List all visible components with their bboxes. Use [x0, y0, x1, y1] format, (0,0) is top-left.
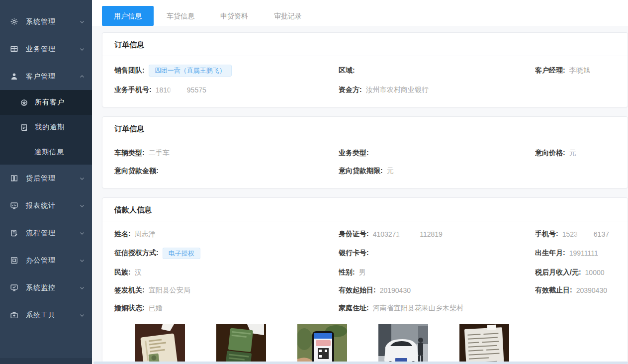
chart-monitor-icon — [10, 201, 19, 210]
notebook-icon — [20, 123, 29, 132]
app-window: 系统管理 业务管理 客户管理 所有客户 — [0, 0, 628, 364]
tab-bar: 用户信息 车贷信息 申贷资料 审批记录 — [92, 0, 628, 26]
sidebar-item-overdue-info[interactable]: 逾期信息 — [0, 140, 92, 165]
sales-team-tag[interactable]: 四团一营（直属王鹏飞） — [149, 65, 232, 77]
license-photo[interactable] — [216, 324, 266, 364]
toolbox-icon — [10, 311, 19, 320]
issuer-value: 宜阳县公安局 — [149, 286, 190, 295]
card-body: 车辆类型: 二手车 业务类型: 意向价格: 元 意向贷款金额: 意向贷款期限: … — [102, 140, 628, 188]
valid-from-label: 有效起始日: — [339, 286, 376, 295]
id-card-photo[interactable] — [135, 324, 185, 364]
office-icon — [10, 256, 19, 265]
marital-label: 婚姻状态: — [114, 304, 145, 313]
sidebar-item-system-monitor[interactable]: 系统监控 — [0, 274, 92, 301]
photo-item: 其他资料 — [459, 324, 509, 364]
gear-icon — [10, 17, 19, 26]
loan-term-value: 元 — [387, 167, 394, 176]
vehicle-type-label: 车辆类型: — [114, 149, 145, 158]
sidebar-item-label: 系统管理 — [26, 17, 79, 26]
user-icon — [10, 72, 19, 81]
region-label: 区域: — [339, 66, 355, 75]
card-body: 姓名: 周志洋 身份证号: 4103271112819 手机号: 1523613… — [102, 221, 628, 364]
chevron-down-icon — [79, 230, 85, 236]
income-label: 税后月收入/元: — [535, 268, 581, 277]
redaction-blur — [172, 86, 186, 93]
id-number-label: 身份证号: — [339, 230, 369, 239]
tab-user-info[interactable]: 用户信息 — [102, 6, 154, 26]
card-header: 订单信息 — [102, 33, 628, 56]
sidebar-item-label: 系统监控 — [26, 283, 79, 292]
birth-label: 出生年月: — [535, 249, 565, 258]
document-photo[interactable] — [459, 324, 509, 364]
sidebar-item-my-overdue[interactable]: 我的逾期 — [0, 115, 92, 140]
vehicle-order-card: 订单信息 车辆类型: 二手车 业务类型: 意向价格: 元 意向贷款金额: — [102, 116, 628, 188]
horizontal-scrollbar[interactable] — [93, 362, 628, 364]
person-car-photo[interactable] — [378, 324, 428, 364]
tab-approval-records[interactable]: 审批记录 — [261, 6, 315, 26]
wheel-icon — [20, 98, 29, 107]
sidebar: 系统管理 业务管理 客户管理 所有客户 — [0, 0, 92, 364]
customer-management-submenu: 所有客户 我的逾期 逾期信息 — [0, 90, 92, 165]
credit-auth-label: 征信授权方式: — [114, 249, 159, 258]
card-title: 借款人信息 — [114, 205, 152, 214]
intended-price-label: 意向价格: — [535, 149, 565, 158]
redaction-blur — [400, 230, 419, 238]
photo-item: 身份证 — [135, 324, 185, 364]
credit-auth-tag[interactable]: 电子授权 — [163, 248, 200, 260]
sidebar-item-business-management[interactable]: 业务管理 — [0, 35, 92, 63]
workflow-icon — [10, 229, 19, 238]
sidebar-item-post-loan-management[interactable]: 贷后管理 — [0, 165, 92, 192]
name-value: 周志洋 — [135, 230, 156, 239]
id-number-value: 4103271112819 — [373, 230, 443, 238]
card-body: 销售团队: 四团一营（直属王鹏飞） 区域: 客户经理: 李晓旭 业务手机号: 1… — [102, 56, 628, 107]
card-title: 订单信息 — [114, 124, 144, 133]
sidebar-item-label: 报表统计 — [26, 201, 79, 210]
valid-to-label: 有效截止日: — [535, 286, 572, 295]
sidebar-collapse-bar[interactable] — [0, 358, 92, 364]
sidebar-item-label: 我的逾期 — [35, 123, 85, 132]
gender-value: 男 — [359, 268, 366, 277]
borrower-info-card: 借款人信息 姓名: 周志洋 身份证号: 4103271112819 手机号: 1… — [102, 197, 628, 364]
card-header: 借款人信息 — [102, 198, 628, 221]
sidebar-item-label: 客户管理 — [26, 72, 79, 81]
table-icon — [10, 45, 19, 54]
income-value: 10000 — [585, 269, 605, 276]
sidebar-item-label: 所有客户 — [35, 98, 85, 107]
chevron-down-icon — [79, 19, 85, 25]
main-content: 用户信息 车贷信息 申贷资料 审批记录 订单信息 销售团队: 四团一营（直属王鹏… — [92, 0, 628, 364]
sidebar-item-office-management[interactable]: 办公管理 — [0, 247, 92, 274]
valid-from-value: 20190430 — [380, 286, 411, 294]
address-label: 家庭住址: — [339, 304, 369, 313]
sidebar-item-label: 贷后管理 — [26, 174, 79, 183]
sidebar-item-label: 逾期信息 — [34, 148, 85, 157]
card-header: 订单信息 — [102, 117, 628, 140]
manager-value: 李晓旭 — [569, 66, 590, 75]
birth-value: 19911111 — [569, 249, 598, 257]
chevron-up-icon — [79, 74, 85, 80]
book-icon — [10, 174, 19, 183]
tab-loan-application-docs[interactable]: 申贷资料 — [207, 6, 261, 26]
tab-car-loan-info[interactable]: 车贷信息 — [154, 6, 207, 26]
gender-label: 性别: — [339, 268, 355, 277]
loan-term-label: 意向贷款期限: — [339, 167, 383, 176]
chevron-down-icon — [79, 176, 85, 182]
sidebar-item-system-management[interactable]: 系统管理 — [0, 8, 92, 35]
chevron-down-icon — [79, 46, 85, 52]
sidebar-item-system-tools[interactable]: 系统工具 — [0, 301, 92, 329]
sidebar-item-report-statistics[interactable]: 报表统计 — [0, 192, 92, 219]
sidebar-item-label: 系统工具 — [26, 311, 79, 320]
sidebar-item-process-management[interactable]: 流程管理 — [0, 219, 92, 247]
intended-price-value: 元 — [569, 149, 576, 158]
sidebar-item-all-customers[interactable]: 所有客户 — [0, 90, 92, 115]
manager-label: 客户经理: — [535, 66, 565, 75]
card-title: 订单信息 — [114, 40, 144, 49]
vehicle-type-value: 二手车 — [149, 149, 170, 158]
business-phone-label: 业务手机号: — [114, 86, 152, 94]
redaction-blur — [578, 230, 593, 238]
chevron-down-icon — [79, 258, 85, 264]
photo-item: 授权码信息 — [297, 324, 347, 364]
name-label: 姓名: — [114, 230, 131, 239]
sidebar-item-customer-management[interactable]: 客户管理 — [0, 63, 92, 90]
phone-qr-photo[interactable] — [297, 324, 347, 364]
mobile-value: 15236137 — [562, 230, 609, 238]
